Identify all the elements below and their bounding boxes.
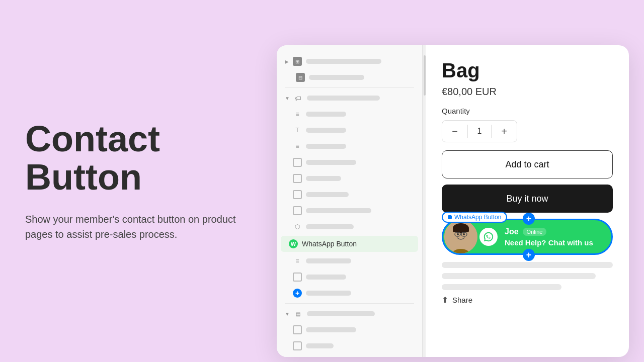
sidebar-row-12: ≡ [277,253,422,269]
placeholder-bar [306,224,354,229]
quantity-label: Quantity [442,107,613,115]
sidebar-row-15 [277,322,422,338]
section-icon: ▤ [294,309,303,318]
bracket-icon [293,206,302,215]
sidebar-row-3: ▼ 🏷 [277,90,422,106]
grid-icon: ⊞ [293,57,302,66]
share-icon: ⬆ [442,295,448,305]
left-panel: Contact Button Show your member's contac… [0,0,277,362]
chevron-right-icon: ▶ [285,59,289,64]
placeholder-bar [306,327,356,332]
placeholder-bar [306,160,356,165]
bracket-icon-4 [293,341,302,350]
plus-bottom-button[interactable]: + [523,249,535,261]
placeholder-bar [306,343,334,348]
sidebar-row-10 [277,203,422,219]
placeholder-bar [306,275,346,280]
add-to-cart-label: Add to cart [505,159,549,170]
placeholder-bar [306,192,349,197]
qty-value: 1 [468,127,491,136]
placeholder-bar [306,128,346,133]
wa-online-badge: Online [523,228,547,236]
whatsapp-label: WhatsApp Button [302,240,357,248]
svg-rect-4 [453,228,469,232]
placeholder-bar [306,176,341,181]
placeholder-bar [306,112,346,117]
align-icon: ≡ [293,142,302,151]
main-heading: Contact Button [25,120,252,196]
placeholder-bar [307,311,375,316]
placeholder-bar [306,291,351,296]
placeholder-bar [307,96,380,101]
buy-now-button[interactable]: Buy it now [442,185,613,213]
selection-badge: WhatsApp Button [442,212,507,223]
svg-point-6 [463,233,465,235]
sidebar-whatsapp-row[interactable]: W WhatsApp Button [281,236,418,252]
card-container: ▶ ⊞ ⊟ ▼ 🏷 ≡ T [262,0,644,362]
placeholder-bar [306,208,371,213]
sidebar-row-13 [277,269,422,285]
product-bar-1 [442,262,613,268]
whatsapp-logo-icon [479,228,498,246]
qty-plus-button[interactable]: + [492,121,517,142]
sidebar-row-6: ≡ [277,138,422,154]
chevron-down-icon: ▼ [285,96,290,101]
whatsapp-selection-container: WhatsApp Button + [442,219,613,255]
product-bar-2 [442,273,596,279]
svg-point-5 [457,233,459,235]
placeholder-bar [306,144,346,149]
share-row: ⬆ Share [442,295,613,305]
add-to-cart-button[interactable]: Add to cart [442,150,613,178]
sidebar-row-9 [277,187,422,203]
placeholder-bar [309,75,364,80]
plus-button[interactable]: + [293,289,302,298]
description: Show your member's contact button on pro… [25,212,236,242]
main-card: ▶ ⊞ ⊟ ▼ 🏷 ≡ T [277,45,629,357]
sidebar-row-7 [277,154,422,170]
share-text: Share [452,296,472,304]
grid-small-icon: ⊟ [296,73,305,82]
whatsapp-icon: W [289,239,298,248]
text-align-icon: ≡ [293,110,302,119]
sidebar-row-2: ⊟ [277,69,422,85]
qty-minus-button[interactable]: − [442,121,467,142]
sidebar-section-row: ▼ ▤ [277,306,422,322]
tag-icon: 🏷 [294,94,303,103]
align-icon-2: ≡ [293,256,302,265]
divider-1 [285,87,414,88]
product-title: Bag [442,59,613,82]
wa-name-row: Joe Online [505,227,606,236]
sidebar-row-8 [277,170,422,187]
heading-line1: Contact [25,119,160,159]
placeholder-bar [306,59,381,64]
product-bars [442,262,613,290]
plus-top-button[interactable]: + [523,213,535,225]
sidebar: ▶ ⊞ ⊟ ▼ 🏷 ≡ T [277,45,423,357]
product-price: €80,00 EUR [442,86,613,98]
sidebar-row-11: ⬡ [277,219,422,235]
sidebar-row-5: T [277,122,422,138]
divider-2 [285,303,414,304]
section-chevron-icon: ▼ [285,311,290,317]
bracket-icon [293,174,302,183]
product-panel: Bag €80,00 EUR Quantity − 1 + Add to car… [426,45,629,357]
sidebar-row-14: + [277,285,422,301]
whatsapp-text-area: Joe Online Need Help? Chat with us [500,227,611,247]
heading-line2: Button [25,157,142,197]
avatar [444,220,477,253]
placeholder-bar [306,258,351,263]
bracket-icon [293,190,302,199]
cursor-icon: ⬡ [293,222,302,231]
buy-now-label: Buy it now [506,194,548,204]
product-bar-3 [442,284,561,290]
wa-person-name: Joe [505,227,519,236]
bracket-icon-2 [293,273,302,282]
sidebar-row-1: ▶ ⊞ [277,53,422,69]
selection-dot [448,215,452,219]
selection-badge-label: WhatsApp Button [454,214,501,221]
bracket-icon-3 [293,325,302,334]
text-T-icon: T [293,126,302,135]
quantity-control: − 1 + [442,120,517,142]
wa-chat-text: Need Help? Chat with us [505,238,606,247]
sidebar-row-4: ≡ [277,106,422,122]
